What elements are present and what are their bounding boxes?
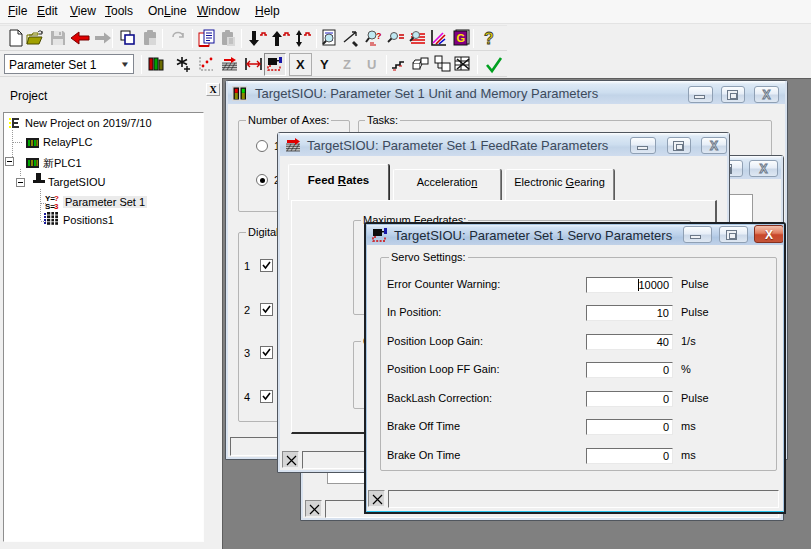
svg-text:?: ? — [484, 30, 494, 47]
svg-text:G: G — [457, 32, 466, 44]
svg-text:3: 3 — [54, 202, 59, 211]
svg-text:?: ? — [376, 31, 382, 41]
